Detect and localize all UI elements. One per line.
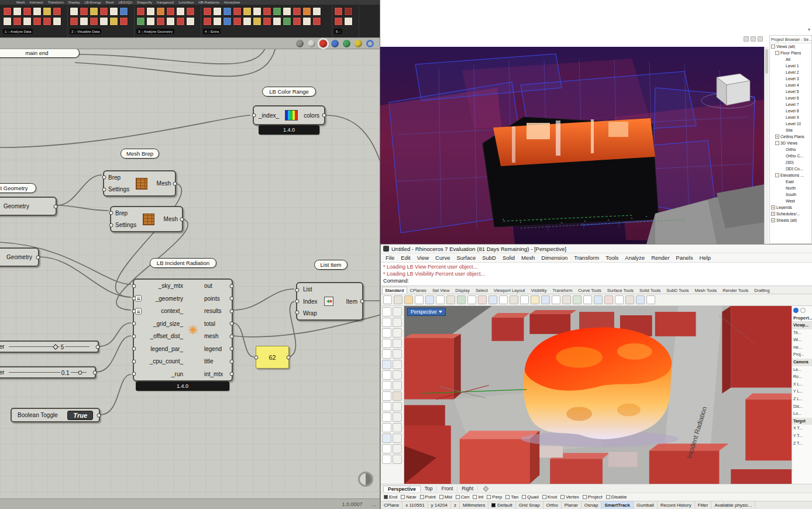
menu-item[interactable]: Curve (435, 254, 450, 261)
browser-tree-item[interactable]: Level 3 (770, 75, 811, 82)
osnap-toggle[interactable]: Tan (505, 494, 518, 500)
input-port[interactable] (254, 355, 259, 359)
gh-toolbar-icon[interactable] (203, 17, 212, 26)
gh-ribbon-tab[interactable]: Kangaroo2 (157, 0, 174, 5)
toolbar-tab[interactable]: Set View (429, 287, 452, 294)
status-toggle[interactable]: Planar (562, 501, 582, 509)
osnap-toggle[interactable]: Knot (542, 494, 557, 500)
viewport-tab[interactable]: Right (457, 486, 478, 492)
browser-tree-item[interactable]: - 3D Views (770, 140, 811, 146)
gh-toolbar-icon[interactable] (283, 7, 291, 16)
rhino-toolbar-icon[interactable] (583, 295, 592, 304)
rhino-toolbar-icon[interactable] (510, 295, 518, 304)
browser-tree-item[interactable]: Level 4 (770, 82, 811, 88)
gh-toolbar-icon[interactable] (136, 7, 145, 16)
status-toggle[interactable]: Osnap (582, 501, 602, 509)
output-port[interactable] (96, 345, 100, 349)
browser-tree-item[interactable]: - Elevations ... (770, 172, 811, 178)
osnap-toggle[interactable]: Vertex (560, 494, 579, 500)
gh-canvas[interactable]: main end LB Color Range _index_ colors 1… (0, 49, 380, 498)
browser-tree-item[interactable]: {3D} (770, 159, 811, 166)
gh-toolbar-icon[interactable] (312, 17, 321, 26)
gh-toolbar-icon[interactable] (43, 7, 51, 16)
rhino-toolbar-icon[interactable] (541, 295, 550, 304)
component-name-tag[interactable]: LB Color Range (262, 87, 316, 97)
rhino-sidebar-tool-icon[interactable] (382, 391, 391, 401)
gh-toolbar-icon[interactable] (146, 7, 155, 16)
rhino-toolbar-icon[interactable] (404, 295, 413, 304)
browser-tree-item[interactable]: - Floor Plans (770, 50, 811, 56)
checkbox[interactable] (560, 495, 565, 499)
browser-tree-item[interactable]: All (770, 56, 811, 63)
toolbar-tab[interactable]: SubD Tools (663, 287, 691, 294)
status-toggle[interactable]: Gumball (634, 501, 658, 509)
gh-toolbar-icon[interactable] (283, 17, 291, 26)
gh-toolbar-icon[interactable] (176, 17, 185, 26)
checkbox[interactable] (542, 495, 546, 499)
gh-toolbar-icon[interactable] (3, 17, 12, 26)
gh-toolbar-icon[interactable] (99, 17, 108, 26)
gh-display-mode-icon[interactable] (331, 40, 339, 47)
rhino-sidebar-tool-icon[interactable] (382, 370, 391, 380)
viewport-tab[interactable]: Front (437, 486, 457, 492)
tree-expander-icon[interactable]: + (771, 212, 775, 216)
gh-toolbar-icon[interactable] (23, 17, 32, 26)
browser-tree-item[interactable]: Level 5 (770, 88, 811, 95)
gh-toolbar-icon[interactable] (109, 17, 118, 26)
menu-item[interactable]: Dimension (541, 254, 567, 261)
rhino-sidebar-tool-icon[interactable] (382, 423, 391, 432)
gh-toolbar-icon[interactable] (334, 7, 343, 16)
chevron-down-icon[interactable] (439, 311, 442, 313)
osnap-toggle[interactable]: Disable (606, 494, 627, 500)
gh-ribbon-tab[interactable]: Transform (48, 0, 64, 5)
menu-item[interactable]: Surface (456, 254, 476, 261)
tree-expander-icon[interactable]: - (775, 141, 779, 145)
rhino-command-area[interactable]: * Loading LB View Percent user object...… (381, 263, 812, 286)
gh-toolbar-icon[interactable] (80, 17, 88, 26)
gh-toolbar-icon[interactable] (203, 7, 212, 16)
mesh-brep-component[interactable]: Brep Settings Mesh (110, 206, 183, 232)
gh-toolbar-icon[interactable] (344, 17, 353, 26)
rhino-sidebar-tool-icon[interactable] (393, 349, 402, 359)
rhino-sidebar-tool-icon[interactable] (393, 412, 402, 422)
menu-item[interactable]: Panels (676, 254, 693, 261)
gh-display-mode-icon[interactable] (296, 40, 304, 47)
rhino-sidebar-tool-icon[interactable] (382, 360, 391, 369)
viewport-tab[interactable]: Top (421, 486, 438, 492)
output-port[interactable] (180, 217, 184, 221)
slider-handle[interactable] (53, 344, 59, 350)
gh-toolbar-icon[interactable] (233, 7, 242, 16)
gh-toolbar-group-label[interactable]: 5 :: (334, 29, 342, 34)
gh-display-mode-icon[interactable] (319, 40, 327, 47)
list-item-component[interactable]: List Index Wrap Item (296, 282, 363, 321)
menu-item[interactable]: Tools (605, 254, 618, 261)
gh-toolbar-icon[interactable] (156, 7, 165, 16)
command-prompt[interactable]: Command: (383, 277, 810, 284)
gh-ribbon-tab[interactable]: Display (68, 0, 80, 5)
units-label[interactable]: Millimeters (460, 501, 488, 509)
revit-view-toolbar-icon[interactable] (744, 36, 749, 42)
gh-toolbar-icon[interactable] (273, 17, 281, 26)
tree-expander-icon[interactable]: - (775, 51, 779, 55)
rhino-sidebar-tool-icon[interactable] (393, 307, 402, 317)
output-port[interactable] (97, 413, 101, 417)
rhino-toolbar-icon[interactable] (478, 295, 487, 304)
gh-toolbar-icon[interactable] (263, 7, 271, 16)
rhino-3d-scene[interactable]: Incident Radiation (404, 306, 792, 484)
gh-toolbar-icon[interactable] (334, 17, 343, 26)
scrollbar-thumb[interactable] (765, 49, 768, 74)
osnap-toggle[interactable]: Perp (487, 494, 502, 500)
menu-item[interactable]: Solid (503, 254, 515, 261)
component-name-tag[interactable]: t Geometry (0, 183, 36, 193)
gh-toolbar-group-label[interactable]: 3 :: Analyze Geometry (136, 29, 174, 34)
gh-toolbar-icon[interactable] (312, 7, 321, 16)
checkbox[interactable] (439, 495, 443, 499)
layers-tab-icon[interactable] (800, 308, 806, 313)
output-port[interactable] (360, 300, 364, 304)
gh-toolbar-icon[interactable] (23, 7, 32, 16)
gh-toolbar-icon[interactable] (13, 17, 22, 26)
rhino-toolbar-icon[interactable] (425, 295, 434, 304)
gh-display-mode-icon[interactable] (355, 40, 362, 47)
gh-ribbon-tab[interactable]: Lunchbox (178, 0, 194, 5)
rhino-perspective-viewport[interactable]: Perspective (404, 306, 792, 484)
